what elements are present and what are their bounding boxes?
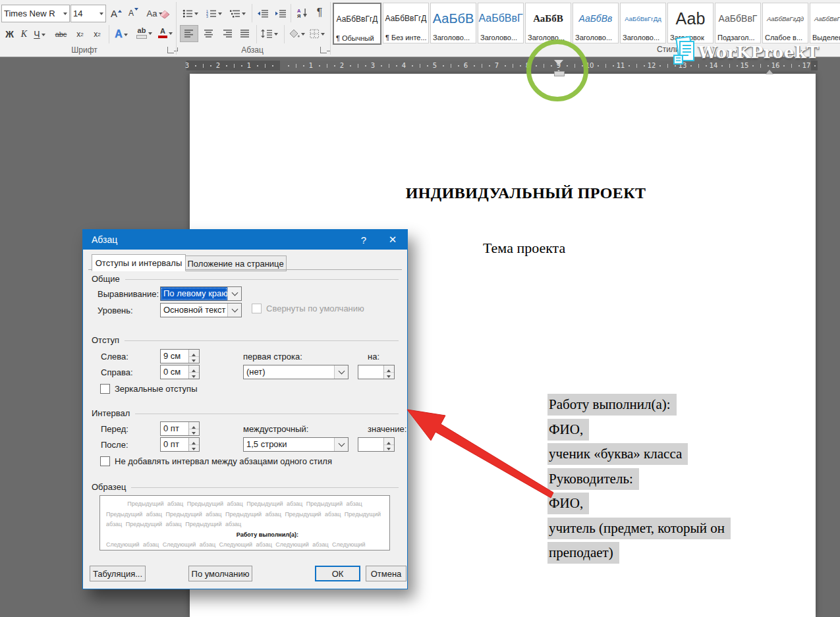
ok-button[interactable]: ОК (315, 566, 360, 581)
spin-up-button[interactable] (189, 422, 199, 429)
outline-level-combo[interactable]: Основной текст (160, 303, 242, 317)
italic-button[interactable]: К (18, 26, 30, 42)
font-dialog-launcher[interactable] (167, 47, 174, 53)
superscript-button[interactable]: х2 (90, 26, 105, 42)
chevron-down-icon (301, 33, 305, 38)
spin-up-button[interactable] (189, 350, 199, 357)
subscript-button[interactable]: х2 (72, 26, 88, 42)
clear-formatting-button[interactable] (156, 5, 173, 21)
style-card-h3[interactable]: АаБбВЗаголово... (525, 3, 571, 43)
style-card-nospace[interactable]: АаБбВвГгД¶ Без инте... (383, 3, 429, 43)
selected-text-line[interactable]: ученик «буква» класса (547, 442, 731, 467)
ruler-number: 6 (464, 61, 468, 70)
close-icon[interactable]: ✕ (378, 230, 407, 250)
spin-down-button[interactable] (384, 373, 394, 379)
selected-text-line[interactable]: Руководитель: (547, 467, 731, 492)
style-sample: АаБбВ (526, 3, 571, 34)
decrease-indent-button[interactable] (254, 5, 271, 21)
style-card-normal[interactable]: АаБбВвГгД¶ Обычный (333, 3, 381, 45)
increase-indent-button[interactable] (272, 5, 289, 21)
line-spacing-combo[interactable]: 1,5 строки (243, 437, 349, 452)
divider (109, 25, 109, 43)
shading-button[interactable] (287, 26, 308, 41)
no-space-same-style-checkbox[interactable]: Не добавлять интервал между абзацами одн… (100, 456, 332, 466)
spin-up-button[interactable] (189, 365, 199, 373)
indent-right-spinner[interactable]: 0 см (160, 365, 200, 379)
bullets-icon (182, 9, 193, 18)
dialog-titlebar[interactable]: Абзац ? ✕ (83, 230, 407, 250)
align-justify-button[interactable] (237, 26, 254, 41)
spin-down-button[interactable] (189, 357, 199, 363)
mirror-indents-checkbox[interactable]: Зеркальные отступы (100, 384, 197, 394)
paragraph-dialog-launcher[interactable] (320, 47, 327, 53)
tab-indents-spacing[interactable]: Отступы и интервалы (92, 254, 186, 271)
strikethrough-glyph: abc (55, 30, 67, 38)
ruler-number: 1 (247, 61, 251, 70)
spin-down-button[interactable] (189, 429, 199, 436)
shrink-font-button[interactable]: А (126, 5, 141, 21)
bold-button[interactable]: Ж (3, 26, 16, 42)
grow-font-button[interactable]: А (108, 5, 125, 21)
sort-button[interactable]: АЯ (293, 5, 311, 20)
alignment-combo[interactable]: По левому краю (160, 286, 242, 301)
font-name-combo[interactable]: Times New R (1, 5, 70, 22)
selected-text-line[interactable]: ФИО, (547, 491, 731, 516)
ruler-tick (381, 65, 382, 67)
strikethrough-button[interactable]: abc (51, 26, 70, 42)
selected-text-line[interactable]: ФИО, (547, 417, 731, 443)
paragraph-dialog: Абзац ? ✕ Отступы и интервалы Положение … (82, 229, 408, 589)
chevron-down-icon (231, 306, 238, 313)
tabs-button[interactable]: Табуляция... (90, 566, 146, 581)
combo-dropdown-button[interactable] (227, 304, 241, 317)
checkbox-box[interactable] (100, 384, 110, 394)
align-right-button[interactable] (218, 26, 235, 41)
selected-text-line[interactable]: преподает) (547, 541, 731, 566)
set-default-button[interactable]: По умолчанию (188, 566, 252, 581)
spacing-after-spinner[interactable]: 0 пт (160, 437, 200, 452)
help-button[interactable]: ? (349, 230, 378, 250)
style-label: Заголово... (621, 34, 665, 43)
style-card-h1[interactable]: АаБбВЗаголово... (430, 3, 476, 43)
line-spacing-button[interactable] (259, 26, 282, 41)
document-title[interactable]: ИНДИВИДУАЛЬНЫЙ ПРОЕКТ (229, 184, 822, 202)
font-color-button[interactable]: А (157, 25, 175, 41)
font-size-value: 14 (71, 9, 98, 18)
checkbox-box[interactable] (100, 456, 110, 466)
spin-down-button[interactable] (189, 373, 199, 379)
spin-down-button[interactable] (384, 445, 394, 452)
alignment-label: Выравнивание: (98, 289, 159, 299)
first-line-combo[interactable]: (нет) (243, 365, 349, 379)
spacing-before-spinner[interactable]: 0 пт (160, 421, 200, 436)
text-highlight-button[interactable]: ab (134, 25, 156, 41)
selected-text-line[interactable]: Работу выполнил(а): (547, 392, 731, 417)
spin-up-button[interactable] (384, 365, 394, 373)
borders-button[interactable] (308, 26, 328, 41)
combo-dropdown-button[interactable] (334, 365, 348, 379)
style-card-h4[interactable]: АаБбВвЗаголово... (573, 3, 619, 43)
combo-dropdown-button[interactable] (227, 287, 241, 300)
numbering-button[interactable]: 123 (204, 5, 226, 21)
spin-up-button[interactable] (189, 438, 199, 445)
spacing-at-spinner[interactable] (358, 437, 395, 452)
spin-down-button[interactable] (189, 445, 199, 452)
first-line-label: первая строка: (243, 352, 302, 362)
align-left-button[interactable] (181, 26, 198, 41)
style-card-h2[interactable]: АаБбВвГЗаголово... (478, 3, 524, 43)
bullets-button[interactable] (181, 5, 202, 21)
document-subtitle[interactable]: Тема проекта (483, 240, 565, 257)
indent-left-spinner[interactable]: 9 см (160, 349, 200, 363)
cancel-button[interactable]: Отмена (366, 566, 406, 581)
text-effects-button[interactable]: А (112, 26, 132, 42)
show-formatting-marks-button[interactable]: ¶ (312, 5, 327, 20)
font-size-combo[interactable]: 14 (70, 5, 106, 22)
underline-button[interactable]: Ч (32, 26, 49, 42)
multilevel-list-button[interactable] (228, 5, 250, 21)
align-center-button[interactable] (200, 26, 217, 41)
style-card-h5[interactable]: АаБбВвГгДдЗаголово... (620, 3, 666, 43)
combo-dropdown-button[interactable] (334, 438, 348, 451)
selected-text-line[interactable]: учитель (предмет, который он (547, 516, 731, 541)
style-label: Заголово... (478, 34, 523, 43)
spin-up-button[interactable] (384, 438, 394, 445)
indent-by-spinner[interactable] (358, 365, 395, 379)
ruler-tick (659, 65, 661, 67)
